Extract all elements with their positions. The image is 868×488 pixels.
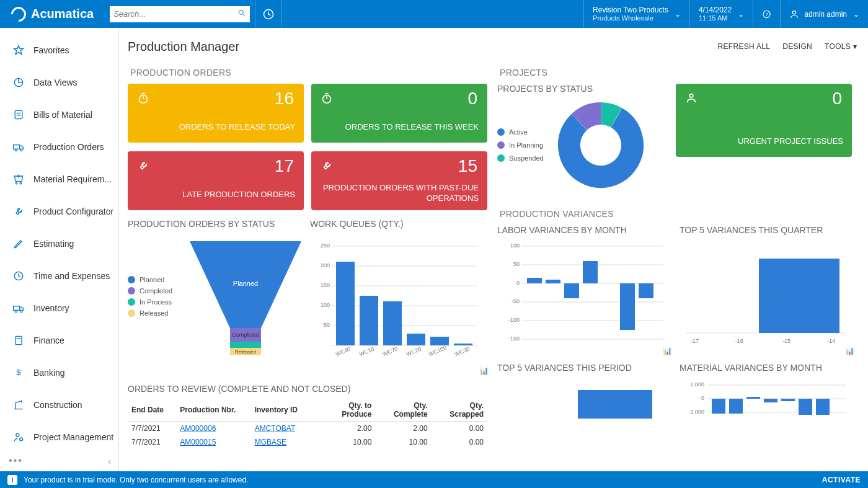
sidebar-item-banking[interactable]: $Banking	[0, 357, 118, 389]
sidebar-item-projmgmt[interactable]: Project Management	[0, 421, 118, 453]
svg-marker-6	[14, 46, 24, 55]
col-header[interactable]: Qty.Complete	[375, 399, 431, 422]
chart-icon[interactable]: 📊	[845, 347, 854, 355]
inventory-link[interactable]: MGBASE	[255, 438, 286, 446]
svg-point-26	[20, 438, 23, 441]
svg-rect-65	[583, 261, 598, 283]
sidebar-item-time[interactable]: Time and Expenses	[0, 260, 118, 292]
svg-rect-67	[639, 283, 653, 298]
caret-down-icon: ▾	[853, 42, 857, 51]
tile-release-week[interactable]: 0 ORDERS TO RELEASE THIS WEEK	[311, 84, 487, 143]
brand-logo[interactable]: Acumatica	[0, 7, 105, 22]
svg-text:$: $	[16, 368, 21, 377]
col-header[interactable]: End Date	[128, 399, 176, 422]
search-icon[interactable]	[237, 9, 246, 19]
svg-point-5	[793, 11, 796, 14]
svg-point-0	[239, 10, 243, 14]
tools-button[interactable]: TOOLS ▾	[825, 42, 857, 51]
bar-chart	[497, 240, 666, 345]
chart-icon[interactable]: 📊	[663, 347, 672, 355]
page-title: Production Manager	[128, 40, 239, 54]
refresh-all-button[interactable]: REFRESH ALL	[718, 42, 771, 51]
time-text: 11:15 AM	[699, 14, 732, 22]
user-menu[interactable]: admin admin ⌄	[780, 0, 868, 28]
tile-late-orders[interactable]: 17 LATE PRODUCTION ORDERS	[128, 151, 304, 210]
svg-text:Released: Released	[235, 349, 256, 355]
tile-value: 16	[275, 89, 294, 109]
inventory-link[interactable]: AMCTOBAT	[255, 424, 296, 433]
wrench-icon	[320, 159, 334, 175]
business-date[interactable]: 4/14/2022 11:15 AM ⌄	[689, 0, 753, 28]
svg-point-15	[20, 182, 22, 184]
svg-point-55	[689, 94, 693, 98]
bar-chart	[497, 378, 666, 419]
sidebar-item-label: Finance	[33, 335, 64, 345]
search-input[interactable]	[113, 9, 237, 19]
production-link[interactable]: AM000006	[180, 424, 216, 433]
section-projects: PROJECTS	[500, 68, 857, 78]
tile-past-due[interactable]: 15 PRODUCTION ORDERS WITH PAST-DUEOPERAT…	[311, 151, 487, 210]
orders-table: End Date Production Nbr. Inventory ID Qt…	[128, 399, 487, 449]
tile-value: 0	[467, 89, 477, 109]
logo-icon	[8, 4, 29, 25]
svg-rect-64	[564, 283, 579, 298]
sidebar-item-prodorders[interactable]: Production Orders	[0, 131, 118, 163]
sidebar-item-bom[interactable]: Bills of Material	[0, 99, 118, 131]
sidebar-item-inventory[interactable]: Inventory	[0, 292, 118, 324]
sidebar-item-favorites[interactable]: Favorites	[0, 34, 118, 66]
tenant-selector[interactable]: Revision Two Products Products Wholesale…	[583, 0, 689, 28]
sidebar-item-estimating[interactable]: Estimating	[0, 228, 118, 260]
trial-message: Your product is in trial mode. Only two …	[24, 476, 248, 484]
col-header[interactable]: Inventory ID	[251, 399, 326, 422]
design-button[interactable]: DESIGN	[782, 42, 812, 51]
svg-rect-74	[712, 399, 725, 414]
chevron-down-icon: ⌄	[853, 10, 859, 19]
history-button[interactable]	[255, 0, 282, 28]
sidebar-item-label: Banking	[33, 368, 65, 378]
bar-chart	[680, 240, 848, 345]
activate-button[interactable]: ACTIVATE	[822, 476, 861, 484]
panel-title: WORK QUEUES (QTY.)	[310, 219, 489, 229]
sidebar-item-finance[interactable]: Finance	[0, 324, 118, 357]
help-button[interactable]: ?	[753, 0, 780, 28]
sidebar-item-mrp[interactable]: Material Requirem...	[0, 163, 118, 195]
tenant-sub: Products Wholesale	[593, 14, 668, 22]
table-row[interactable]: 7/7/2021 AM000015 MGBASE 10.00 10.00 0.0…	[128, 435, 487, 449]
svg-text:Planned: Planned	[233, 280, 258, 287]
sidebar: Favorites Data Views Bills of Material P…	[0, 28, 119, 471]
table-row[interactable]: 7/7/2021 AM000006 AMCTOBAT 2.00 2.00 0.0…	[128, 422, 487, 436]
panel-projects-by-status: PROJECTS BY STATUS Active In Planning Su…	[497, 84, 671, 192]
legend-item: In Process	[128, 298, 172, 306]
tile-release-today[interactable]: 16 ORDERS TO RELEASE TODAY	[128, 84, 304, 143]
col-header[interactable]: Qty.Scrapped	[432, 399, 487, 422]
production-link[interactable]: AM000015	[180, 438, 216, 446]
sidebar-item-dataviews[interactable]: Data Views	[0, 66, 118, 99]
legend-item: Completed	[128, 287, 172, 295]
stopwatch-icon	[136, 91, 150, 107]
sidebar-item-label: Estimating	[33, 239, 74, 249]
svg-rect-69	[759, 259, 839, 333]
col-header[interactable]: Qty. toProduce	[326, 399, 375, 422]
col-header[interactable]: Production Nbr.	[176, 399, 250, 422]
sidebar-item-configurator[interactable]: Product Configurator	[0, 195, 118, 228]
bar-chart	[680, 378, 848, 419]
panel-top5-period: TOP 5 VARIANCES THIS PERIOD	[497, 363, 672, 425]
collapse-sidebar-button[interactable]: ‹	[108, 456, 111, 466]
more-icon[interactable]: •••	[9, 455, 23, 466]
truck-icon	[11, 140, 26, 154]
sidebar-item-label: Inventory	[33, 303, 69, 313]
tenant-name: Revision Two Products	[593, 6, 668, 14]
person-gear-icon	[11, 430, 26, 445]
svg-rect-22	[16, 336, 22, 344]
chart-icon[interactable]: 📊	[479, 366, 489, 375]
tile-urgent-projects[interactable]: 0 URGENT PROJECT ISSUES	[676, 84, 852, 157]
sidebar-item-construction[interactable]: Construction	[0, 389, 118, 421]
clock-icon	[11, 268, 26, 283]
svg-rect-49	[407, 334, 425, 345]
svg-text:Completed: Completed	[232, 332, 259, 338]
svg-point-13	[20, 149, 22, 151]
panel-top5-quarter: TOP 5 VARIANCES THIS QUARTER -17-16 -15-…	[680, 225, 854, 355]
legend-item: Planned	[128, 276, 172, 283]
svg-rect-70	[578, 390, 652, 419]
global-search[interactable]	[110, 6, 250, 22]
